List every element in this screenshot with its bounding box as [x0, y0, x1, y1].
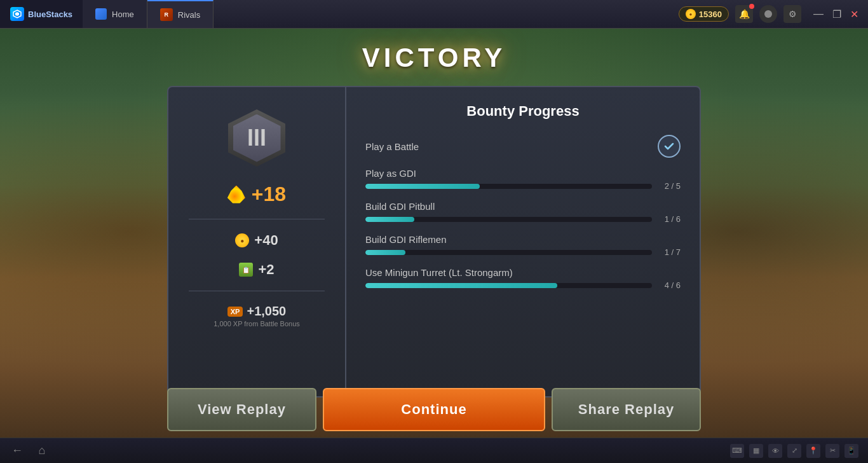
bounty-task-3: Build GDI Pitbull 1 / 6 — [365, 201, 681, 224]
keyboard2-icon[interactable]: ▦ — [749, 444, 763, 458]
book-icon: 📋 — [239, 263, 253, 277]
bounty-task-5-progress-row: 4 / 6 — [365, 280, 681, 290]
taskbar: ← ⌂ ⌨ ▦ 👁 ⤢ 📍 ✂ 📱 — [0, 438, 868, 463]
scissors-icon[interactable]: ✂ — [825, 444, 839, 458]
books-reward-row: 📋 +2 — [239, 261, 274, 278]
restore-button[interactable]: ❐ — [831, 8, 843, 20]
xp-row: XP +1,050 — [227, 304, 286, 319]
hex-outer: III — [228, 109, 285, 167]
window-controls: — ❐ ✕ — [811, 8, 860, 20]
taskbar-right: ⌨ ▦ 👁 ⤢ 📍 ✂ 📱 — [730, 444, 858, 458]
bounty-task-3-bar-bg — [365, 217, 652, 222]
back-button[interactable]: ← — [10, 443, 25, 459]
bounty-task-4: Build GDI Riflemen 1 / 7 — [365, 234, 681, 257]
bounty-task-1-label: Play a Battle — [365, 141, 650, 152]
share-replay-button[interactable]: Share Replay — [552, 388, 701, 431]
bounty-task-4-progress-row: 1 / 7 — [365, 247, 681, 257]
view-replay-button[interactable]: View Replay — [167, 388, 316, 431]
bluestacks-logo: BlueStacks — [0, 0, 83, 28]
titlebar: BlueStacks Home R Rivals ● 15360 🔔 ⚙ — ❐… — [0, 0, 868, 29]
location-icon[interactable]: 📍 — [806, 444, 820, 458]
trophy-icon — [227, 186, 245, 204]
bounty-title: Bounty Progress — [365, 103, 681, 120]
home-taskbar-button[interactable]: ⌂ — [34, 443, 50, 459]
bounty-task-2: Play as GDI 2 / 5 — [365, 168, 681, 191]
bounty-task-4-bar-bg — [365, 250, 652, 255]
victory-title: VICTORY — [362, 43, 506, 73]
xp-amount: +1,050 — [247, 304, 286, 319]
bounty-task-2-bar-fill — [365, 184, 480, 189]
eye-icon[interactable]: 👁 — [768, 444, 782, 458]
xp-badge: XP — [227, 307, 243, 317]
bounty-task-1-check — [658, 135, 681, 158]
rank-numeral: III — [233, 114, 281, 162]
bounty-task-4-progress-text: 1 / 7 — [658, 247, 681, 257]
phone-icon[interactable]: 📱 — [844, 444, 858, 458]
xp-sub-text: 1,000 XP from Battle Bonus — [214, 320, 300, 328]
notification-button[interactable]: 🔔 — [735, 5, 753, 23]
app-name: BlueStacks — [28, 10, 72, 19]
bounty-task-2-label: Play as GDI — [365, 168, 681, 179]
books-amount: +2 — [258, 261, 274, 278]
rivals-tab-label: Rivals — [178, 10, 200, 20]
titlebar-left: BlueStacks Home R Rivals — [0, 0, 214, 28]
gold-icon: ● — [235, 233, 249, 247]
home-icon — [95, 8, 107, 20]
bounty-task-3-bar-fill — [365, 217, 414, 222]
keyboard-icon[interactable]: ⌨ — [730, 444, 744, 458]
titlebar-right: ● 15360 🔔 ⚙ — ❐ ✕ — [679, 5, 868, 23]
main-panel: III +18 ● +40 📋 +2 XP +1,050 — [167, 86, 701, 397]
bounty-task-5-bar-fill — [365, 283, 557, 288]
bs-icon — [10, 7, 24, 21]
rivals-tab[interactable]: R Rivals — [147, 0, 214, 28]
bounty-task-2-bar-bg — [365, 184, 652, 189]
home-tab[interactable]: Home — [83, 0, 147, 28]
bounty-task-1: Play a Battle — [365, 135, 681, 158]
bounty-task-3-progress-text: 1 / 6 — [658, 214, 681, 224]
divider-1 — [189, 219, 325, 219]
settings-button[interactable]: ⚙ — [783, 5, 801, 23]
game-area: VICTORY III +18 ● +40 📋 +2 — [0, 29, 868, 438]
buttons-row: View Replay Continue Share Replay — [167, 388, 701, 431]
coin-icon: ● — [686, 9, 696, 19]
coins-amount: 15360 — [699, 10, 722, 19]
trophies-reward-row: +18 — [227, 183, 286, 206]
xp-container: XP +1,050 1,000 XP from Battle Bonus — [214, 304, 300, 328]
expand-icon[interactable]: ⤢ — [787, 444, 801, 458]
gold-reward-row: ● +40 — [235, 232, 278, 249]
close-button[interactable]: ✕ — [848, 8, 860, 20]
home-tab-label: Home — [112, 10, 134, 19]
gold-amount: +40 — [254, 232, 278, 249]
bounty-task-3-label: Build GDI Pitbull — [365, 201, 681, 212]
trophies-amount: +18 — [252, 183, 286, 206]
bounty-task-4-label: Build GDI Riflemen — [365, 234, 681, 245]
record-button[interactable] — [759, 5, 777, 23]
bounty-task-5-label: Use Minigun Turret (Lt. Strongarm) — [365, 267, 681, 278]
bounty-task-5-progress-text: 4 / 6 — [658, 280, 681, 290]
taskbar-left: ← ⌂ — [10, 443, 50, 459]
right-panel: Bounty Progress Play a Battle Play as GD… — [346, 87, 700, 396]
bounty-task-2-progress-row: 2 / 5 — [365, 181, 681, 191]
bounty-task-5: Use Minigun Turret (Lt. Strongarm) 4 / 6 — [365, 267, 681, 290]
rank-badge: III — [225, 106, 288, 170]
rivals-icon: R — [160, 8, 173, 21]
bounty-task-2-progress-text: 2 / 5 — [658, 181, 681, 191]
divider-2 — [189, 291, 325, 291]
continue-button[interactable]: Continue — [323, 388, 545, 431]
bounty-task-3-progress-row: 1 / 6 — [365, 214, 681, 224]
minimize-button[interactable]: — — [811, 8, 825, 20]
bounty-task-5-bar-bg — [365, 283, 652, 288]
svg-marker-1 — [15, 12, 19, 16]
coins-display: ● 15360 — [679, 6, 729, 22]
bounty-task-4-bar-fill — [365, 250, 405, 255]
left-panel: III +18 ● +40 📋 +2 XP +1,050 — [168, 87, 346, 396]
